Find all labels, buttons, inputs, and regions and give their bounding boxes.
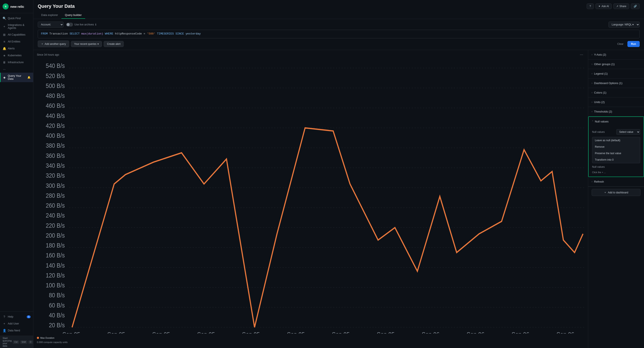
refresh-header[interactable]: › Refresh	[588, 177, 644, 186]
svg-text:Sep 05,: Sep 05,	[152, 331, 172, 333]
clear-label: Clear	[617, 43, 624, 46]
null-click-hint: Click the + ...	[588, 170, 644, 175]
recent-queries-button[interactable]: Your recent queries ▾	[71, 41, 102, 47]
ellipsis-icon: ⋯	[580, 53, 583, 57]
dashboard-options-header[interactable]: › Dashboard Options (1)	[588, 79, 644, 88]
live-archives-toggle[interactable]	[66, 23, 73, 27]
sidebar-item-alerts[interactable]: 🔔 Alerts	[0, 45, 33, 52]
query-actions: ＋ Add another query Your recent queries …	[38, 41, 640, 47]
svg-text:80 B/s: 80 B/s	[49, 292, 65, 299]
svg-text:420 B/s: 420 B/s	[46, 122, 65, 129]
svg-text:Sep 05,: Sep 05,	[197, 331, 216, 333]
panel-section-dashboard-options: › Dashboard Options (1)	[588, 79, 644, 88]
svg-text:440 B/s: 440 B/s	[46, 112, 65, 119]
sidebar-item-all-capabilities[interactable]: ⊞ All Capabilities	[0, 31, 33, 38]
clear-button[interactable]: Clear	[615, 41, 626, 47]
sidebar-item-quick-find[interactable]: 🔍 Quick Find	[0, 15, 33, 22]
svg-text:120 B/s: 120 B/s	[46, 272, 65, 279]
query-text: FROM Transaction SELECT max(duration) WH…	[41, 32, 201, 35]
sidebar-item-label: Infrastructure	[8, 61, 24, 64]
run-button[interactable]: Run	[628, 41, 640, 47]
svg-text:400 B/s: 400 B/s	[46, 132, 65, 139]
null-option-preserve-last[interactable]: Preserve the last value	[592, 150, 640, 157]
svg-text:320 B/s: 320 B/s	[46, 172, 65, 179]
refresh-label: Refresh	[594, 180, 604, 183]
sidebar-item-integrations[interactable]: ＋ Integrations & Agents	[0, 22, 33, 31]
null-option-leave-as-null[interactable]: Leave as null (default)	[592, 137, 640, 144]
sidebar-item-more[interactable]: ···	[0, 66, 33, 73]
svg-text:Sep 06,: Sep 06,	[556, 331, 576, 333]
chart-menu-button[interactable]: ⋯	[578, 52, 584, 57]
svg-text:520 B/s: 520 B/s	[46, 72, 65, 79]
null-option-transform-to-0[interactable]: Transform into 0	[592, 157, 640, 163]
units-header[interactable]: › Units (2)	[588, 98, 644, 107]
sidebar-item-all-entities[interactable]: ≡ All Entities	[0, 38, 33, 45]
panel-section-other-groups: › Other groups (1)	[588, 60, 644, 69]
other-groups-label: Other groups (1)	[594, 63, 614, 66]
svg-text:Sep 06,: Sep 06,	[466, 331, 486, 333]
svg-text:240 B/s: 240 B/s	[46, 212, 65, 219]
sidebar-item-label: Alerts	[8, 47, 15, 50]
chevron-right-icon: ›	[592, 110, 592, 113]
query-from-keyword: FROM	[41, 32, 48, 35]
chart-header: Since 34 hours ago ⋯	[34, 50, 588, 59]
main-header: Query Your Data ? ✦ Ask AI ↗ Share 🔗	[34, 0, 644, 19]
help-button[interactable]: ?	[587, 4, 594, 9]
query-input[interactable]: FROM Transaction SELECT max(duration) WH…	[38, 30, 640, 38]
add-icon: ＋	[41, 42, 44, 46]
status-bar: Start querying your data Ctrl Shift O	[0, 336, 33, 348]
notification-bell-icon[interactable]: 🔔	[27, 76, 30, 79]
ask-ai-button[interactable]: ✦ Ask AI	[596, 4, 612, 9]
bell-icon: 🔔	[2, 47, 6, 50]
null-values-header[interactable]: ˅ Null values	[588, 117, 644, 126]
chevron-right-icon: ›	[592, 180, 592, 183]
null-values-content: Null values Select value Leave as null (…	[588, 126, 644, 177]
y-axis-header[interactable]: › Y-Axis (2)	[588, 50, 644, 59]
sidebar-item-data-nerd[interactable]: 👤 Data Nerd	[0, 327, 33, 334]
chart-footer: 0.008 compute capacity units	[34, 340, 588, 344]
svg-text:N: N	[5, 6, 6, 8]
null-option-remove[interactable]: Remove	[592, 144, 640, 150]
grid-icon: ⊞	[2, 33, 6, 37]
tab-query-builder[interactable]: Query builder	[62, 12, 85, 19]
svg-text:180 B/s: 180 B/s	[46, 242, 65, 249]
colors-header[interactable]: › Colors (1)	[588, 88, 644, 97]
add-to-dashboard-button[interactable]: ＋ Add to dashboard	[592, 189, 640, 196]
svg-text:Sep 05,: Sep 05,	[62, 331, 82, 333]
language-select[interactable]: Language: NRQL ▾	[608, 22, 640, 28]
other-groups-header[interactable]: › Other groups (1)	[588, 60, 644, 69]
tab-bar: Data explorer Query builder	[38, 12, 640, 19]
link-button[interactable]: 🔗	[631, 4, 640, 9]
svg-text:160 B/s: 160 B/s	[46, 252, 65, 259]
link-icon: 🔗	[634, 5, 637, 8]
null-values-select[interactable]: Select value	[616, 129, 640, 135]
tab-data-explorer[interactable]: Data explorer	[38, 12, 62, 19]
thresholds-header[interactable]: › Thresholds (2)	[588, 107, 644, 116]
chevron-right-icon: ›	[592, 73, 592, 75]
dashboard-options-label: Dashboard Options (1)	[594, 82, 622, 85]
svg-text:360 B/s: 360 B/s	[46, 152, 65, 159]
info-icon: ℹ	[95, 23, 96, 26]
create-alert-button[interactable]: Create alert	[104, 41, 124, 47]
sidebar-item-kubernetes[interactable]: ⎈ Kubernetes	[0, 52, 33, 59]
chevron-down-icon: ▾	[98, 43, 99, 46]
sidebar-item-add-user[interactable]: ＋ Add User	[0, 320, 33, 327]
account-select[interactable]: Account:	[38, 22, 64, 28]
sidebar-item-query-your-data[interactable]: ◈ Query Your Data 🔔	[0, 73, 33, 82]
svg-text:480 B/s: 480 B/s	[46, 92, 65, 99]
add-query-button[interactable]: ＋ Add another query	[38, 41, 69, 47]
svg-text:460 B/s: 460 B/s	[46, 102, 65, 109]
sidebar-item-infrastructure[interactable]: 🖥 Infrastructure	[0, 59, 33, 66]
query-time-value: yesterday	[186, 32, 201, 35]
share-button[interactable]: ↗ Share	[614, 4, 629, 9]
legend-header[interactable]: › Legend (1)	[588, 69, 644, 78]
chart-time-label: Since 34 hours ago	[37, 53, 59, 56]
panel-section-y-axis: › Y-Axis (2)	[588, 50, 644, 60]
panel-section-legend: › Legend (1)	[588, 69, 644, 79]
query-area: Account: Use live archives ℹ Language: N…	[34, 19, 644, 50]
help-circle-icon: ?	[590, 5, 591, 8]
content-area: Since 34 hours ago ⋯ 540 B/s 520 B/s 500…	[34, 50, 644, 348]
user-icon: 👤	[2, 329, 6, 332]
sidebar-item-help[interactable]: ? Help 5	[0, 313, 33, 320]
svg-text:300 B/s: 300 B/s	[46, 182, 65, 189]
